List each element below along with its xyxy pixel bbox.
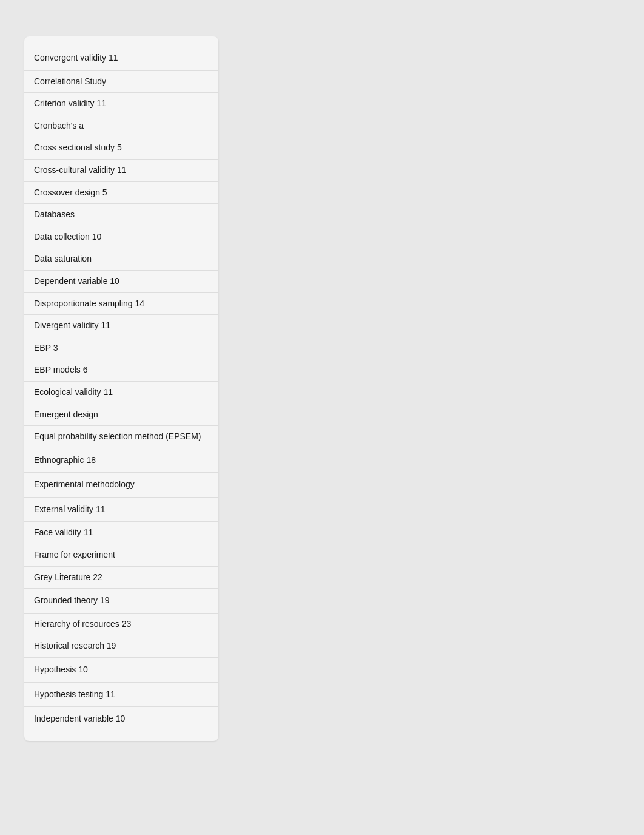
list-item: Cross sectional study 5 [24, 137, 218, 160]
list-item: Criterion validity 11 [24, 93, 218, 115]
list-item: Equal probability selection method (EPSE… [24, 426, 218, 448]
list-item: Hierarchy of resources 23 [24, 614, 218, 636]
index-card: Convergent validity 11Correlational Stud… [24, 36, 218, 741]
list-item: Ethnographic 18 [24, 448, 218, 473]
list-item: Data saturation [24, 248, 218, 271]
list-item: Hypothesis testing 11 [24, 683, 218, 708]
list-item: Hypothesis 10 [24, 658, 218, 683]
list-item: External validity 11 [24, 498, 218, 522]
list-item: Correlational Study [24, 71, 218, 93]
list-item: Grey Literature 22 [24, 567, 218, 589]
list-item: Face validity 11 [24, 522, 218, 544]
list-item: Disproportionate sampling 14 [24, 293, 218, 316]
list-item: Crossover design 5 [24, 182, 218, 205]
list-item: Databases [24, 204, 218, 226]
list-item: Data collection 10 [24, 226, 218, 249]
list-item: Experimental methodology [24, 473, 218, 498]
list-item: Divergent validity 11 [24, 315, 218, 337]
list-item: Emergent design [24, 404, 218, 427]
list-item: Convergent validity 11 [24, 46, 218, 71]
list-item: Historical research 19 [24, 635, 218, 658]
list-item: EBP 3 [24, 337, 218, 360]
list-item: Grounded theory 19 [24, 589, 218, 614]
list-item: Frame for experiment [24, 544, 218, 567]
list-item: Dependent variable 10 [24, 271, 218, 293]
list-item: Cross-cultural validity 11 [24, 160, 218, 182]
list-item: Independent variable 10 [24, 707, 218, 731]
list-item: Cronbach's a [24, 115, 218, 138]
list-item: EBP models 6 [24, 359, 218, 382]
list-item: Ecological validity 11 [24, 382, 218, 404]
page-container: Convergent validity 11Correlational Stud… [0, 0, 644, 777]
